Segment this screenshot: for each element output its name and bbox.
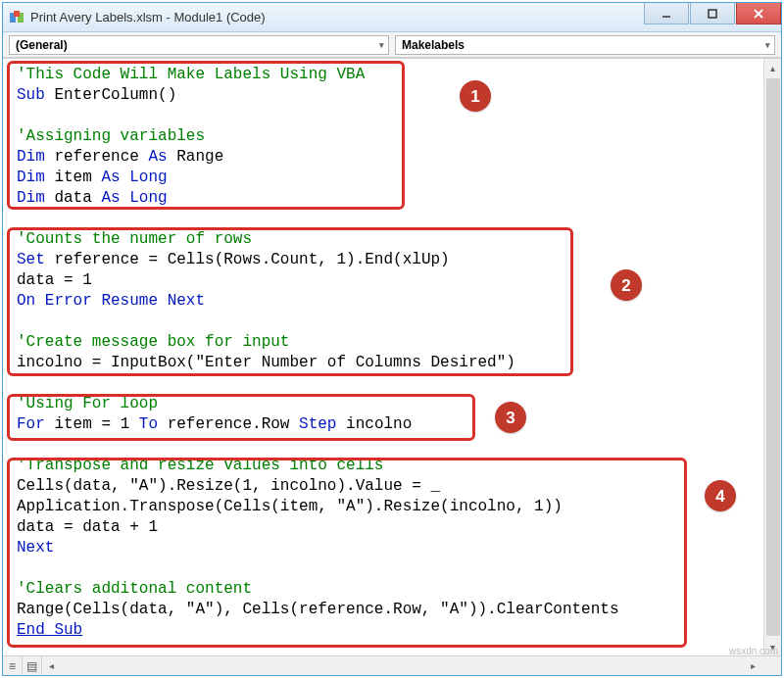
code-keyword: Dim (17, 148, 45, 166)
chevron-down-icon: ▾ (379, 40, 384, 50)
scroll-left-arrow-icon[interactable]: ◂ (42, 657, 60, 675)
maximize-button[interactable] (690, 3, 735, 24)
vertical-scrollbar[interactable]: ▴ ▾ (763, 59, 781, 655)
svg-rect-2 (14, 11, 20, 17)
code-keyword: Sub (17, 86, 45, 104)
object-dropdown-value: (General) (16, 38, 68, 52)
corner-grip (761, 656, 781, 675)
annotation-badge-4: 4 (705, 480, 736, 511)
scroll-thumb[interactable] (766, 78, 780, 636)
vba-editor-window: Print Avery Labels.xlsm - Module1 (Code)… (2, 2, 782, 676)
horizontal-scrollbar[interactable]: ◂ ▸ (42, 656, 761, 675)
minimize-button[interactable] (644, 3, 689, 24)
scroll-track[interactable] (60, 659, 744, 673)
window-buttons (644, 3, 781, 24)
chevron-down-icon: ▾ (765, 40, 770, 50)
annotation-badge-1: 1 (460, 80, 491, 112)
procedure-dropdown-value: Makelabels (402, 38, 465, 52)
close-button[interactable] (736, 3, 781, 24)
code-line: 'Assigning variables (17, 127, 205, 145)
code-line: 'Counts the numer of rows (17, 230, 252, 248)
watermark: wsxdn.com (729, 646, 778, 656)
titlebar[interactable]: Print Avery Labels.xlsm - Module1 (Code) (3, 3, 781, 32)
procedure-view-icon[interactable]: ≡ (3, 656, 23, 675)
scroll-right-arrow-icon[interactable]: ▸ (744, 657, 761, 675)
code-editor[interactable]: 'This Code Will Make Labels Using VBA Su… (3, 59, 763, 655)
bottom-bar: ≡ ▤ ◂ ▸ (3, 655, 781, 675)
scroll-up-arrow-icon[interactable]: ▴ (764, 59, 782, 76)
editor-area: 'This Code Will Make Labels Using VBA Su… (3, 58, 781, 655)
full-module-view-icon[interactable]: ▤ (23, 656, 42, 675)
object-dropdown[interactable]: (General) ▾ (9, 35, 389, 55)
code-line: 'This Code Will Make Labels Using VBA (17, 66, 365, 83)
window-title: Print Avery Labels.xlsm - Module1 (Code) (30, 10, 266, 24)
procedure-dropdown[interactable]: Makelabels ▾ (395, 35, 775, 55)
app-icon (9, 10, 24, 25)
code-text: EnterColumn() (45, 86, 176, 104)
svg-rect-4 (709, 10, 716, 18)
annotation-badge-3: 3 (495, 402, 526, 433)
dropdown-row: (General) ▾ Makelabels ▾ (3, 32, 781, 58)
annotation-badge-2: 2 (611, 269, 642, 301)
